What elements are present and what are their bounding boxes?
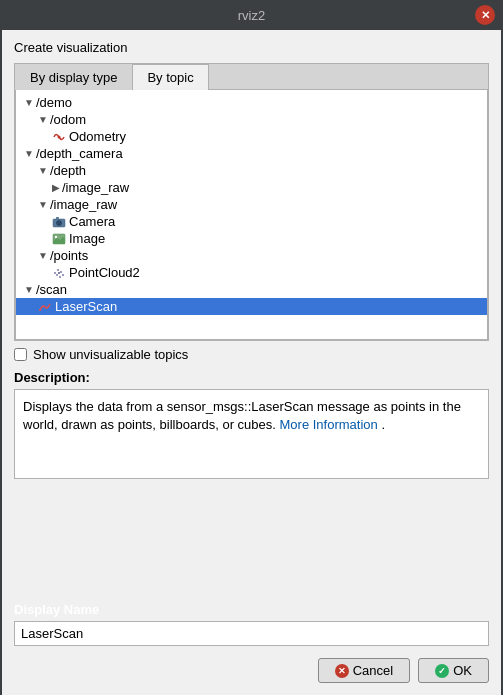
tree-item-pointcloud2[interactable]: PointCloud2 <box>16 264 487 281</box>
display-name-label: Display Name <box>14 602 489 617</box>
tree-item-image-raw[interactable]: ▼ /image_raw <box>16 196 487 213</box>
arrow-depth-camera: ▼ <box>24 148 34 159</box>
arrow-image-raw: ▼ <box>38 199 48 210</box>
svg-point-2 <box>57 220 62 225</box>
ok-button[interactable]: ✓ OK <box>418 658 489 683</box>
tree-label-camera: Camera <box>69 214 115 229</box>
tree-item-image-raw-depth[interactable]: ▶ /image_raw <box>16 179 487 196</box>
tree-item-laserscan[interactable]: LaserScan <box>16 298 487 315</box>
svg-point-9 <box>56 274 58 276</box>
image-icon <box>52 232 66 246</box>
tree-item-scan[interactable]: ▼ /scan <box>16 281 487 298</box>
tab-by-topic[interactable]: By topic <box>132 64 208 90</box>
tree-label-odometry: Odometry <box>69 129 126 144</box>
svg-point-11 <box>59 276 61 278</box>
pointcloud-icon <box>52 266 66 280</box>
tree-label-image-raw-depth: /image_raw <box>62 180 129 195</box>
dialog-title: Create visualization <box>14 40 489 55</box>
svg-point-0 <box>58 135 61 138</box>
tree-label-image-raw: /image_raw <box>50 197 117 212</box>
tree-label-laserscan: LaserScan <box>55 299 117 314</box>
svg-point-12 <box>58 272 60 274</box>
svg-point-5 <box>55 235 57 237</box>
window-title: rviz2 <box>238 8 265 23</box>
show-unvisualizable-label: Show unvisualizable topics <box>33 347 188 362</box>
ok-label: OK <box>453 663 472 678</box>
display-name-input[interactable] <box>14 621 489 646</box>
svg-point-13 <box>39 309 41 311</box>
tab-by-display-type[interactable]: By display type <box>15 64 132 90</box>
cancel-icon: ✕ <box>335 664 349 678</box>
tree-item-depth-camera[interactable]: ▼ /depth_camera <box>16 145 487 162</box>
title-bar: rviz2 ✕ <box>0 0 503 30</box>
tree-item-camera[interactable]: Camera <box>16 213 487 230</box>
tree-label-pointcloud2: PointCloud2 <box>69 265 140 280</box>
more-information-link[interactable]: More Information <box>280 417 378 432</box>
description-suffix: . <box>381 417 385 432</box>
tree-item-odom[interactable]: ▼ /odom <box>16 111 487 128</box>
tabs-area: By display type By topic ▼ /demo ▼ /odom <box>14 63 489 341</box>
tree-label-depth: /depth <box>50 163 86 178</box>
laserscan-icon <box>38 300 52 314</box>
show-unvisualizable-checkbox[interactable] <box>14 348 27 361</box>
tree-label-odom: /odom <box>50 112 86 127</box>
topic-tree[interactable]: ▼ /demo ▼ /odom Odometry ▼ <box>15 90 488 340</box>
arrow-depth: ▼ <box>38 165 48 176</box>
description-label: Description: <box>14 370 489 385</box>
arrow-demo: ▼ <box>24 97 34 108</box>
description-text: Displays the data from a sensor_msgs::La… <box>23 399 461 432</box>
cancel-label: Cancel <box>353 663 393 678</box>
tree-label-image: Image <box>69 231 105 246</box>
show-unvisualizable-row: Show unvisualizable topics <box>14 347 489 362</box>
bottom-buttons: ✕ Cancel ✓ OK <box>14 658 489 683</box>
tree-label-demo: /demo <box>36 95 72 110</box>
tree-item-image[interactable]: Image <box>16 230 487 247</box>
arrow-odom: ▼ <box>38 114 48 125</box>
odometry-icon <box>52 130 66 144</box>
tree-item-demo[interactable]: ▼ /demo <box>16 94 487 111</box>
arrow-scan: ▼ <box>24 284 34 295</box>
ok-icon: ✓ <box>435 664 449 678</box>
svg-rect-3 <box>56 217 59 219</box>
svg-point-6 <box>54 272 56 274</box>
tree-label-points: /points <box>50 248 88 263</box>
tree-label-scan: /scan <box>36 282 67 297</box>
close-button[interactable]: ✕ <box>475 5 495 25</box>
svg-point-8 <box>60 271 62 273</box>
camera-icon <box>52 215 66 229</box>
svg-point-7 <box>57 269 59 271</box>
arrow-image-raw-depth: ▶ <box>52 182 60 193</box>
tabs-header: By display type By topic <box>15 64 488 90</box>
description-box: Displays the data from a sensor_msgs::La… <box>14 389 489 479</box>
tree-item-depth[interactable]: ▼ /depth <box>16 162 487 179</box>
tree-item-points[interactable]: ▼ /points <box>16 247 487 264</box>
cancel-button[interactable]: ✕ Cancel <box>318 658 410 683</box>
dialog: Create visualization By display type By … <box>2 30 501 695</box>
arrow-points: ▼ <box>38 250 48 261</box>
tree-item-odometry[interactable]: Odometry <box>16 128 487 145</box>
tree-label-depth-camera: /depth_camera <box>36 146 123 161</box>
svg-point-10 <box>62 274 64 276</box>
